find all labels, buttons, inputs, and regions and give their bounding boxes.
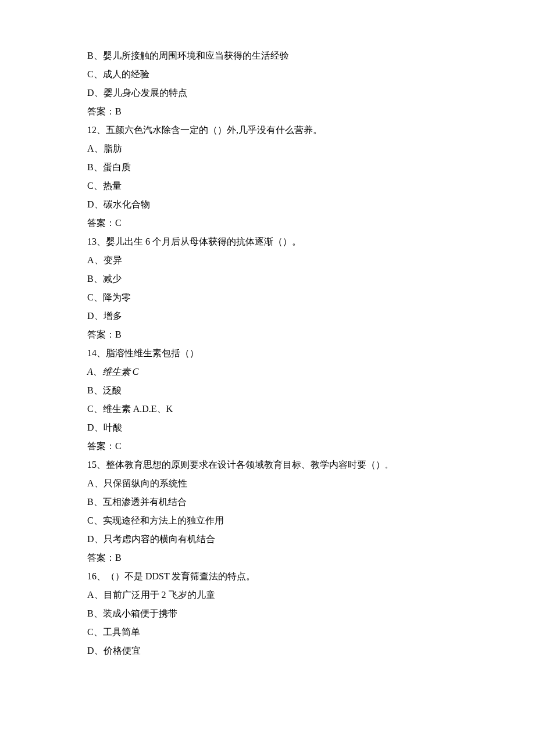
question-15: 15、整体教育思想的原则要求在设计各领域教育目标、教学内容时要（）。 (87, 456, 448, 474)
option-d-q11: D、婴儿身心发展的特点 (87, 84, 448, 102)
answer-q14: 答案：C (87, 437, 448, 456)
option-a-q15: A、只保留纵向的系统性 (87, 474, 448, 493)
option-a-q13: A、变异 (87, 251, 448, 270)
option-b-q15: B、互相渗透并有机结合 (87, 493, 448, 511)
option-a-q14: A、维生素 C (87, 363, 448, 381)
option-b-q13: B、减少 (87, 270, 448, 288)
option-d-q13: D、增多 (87, 307, 448, 325)
option-a-q16: A、目前广泛用于 2 飞岁的儿童 (87, 586, 448, 604)
option-b-q16: B、装成小箱便于携带 (87, 604, 448, 623)
answer-q11: 答案：B (87, 102, 448, 121)
option-b-q14: B、泛酸 (87, 381, 448, 400)
q15-small-period: 。 (385, 461, 392, 470)
option-a-q12: A、脂肪 (87, 139, 448, 158)
option-c-q13: C、降为零 (87, 288, 448, 307)
option-b-q12: B、蛋白质 (87, 158, 448, 177)
question-12: 12、五颜六色汽水除含一定的（）外,几乎没有什么营养。 (87, 121, 448, 139)
answer-q12: 答案：C (87, 214, 448, 232)
option-c-q14: C、维生素 A.D.E、K (87, 400, 448, 418)
q15-main-text: 15、整体教育思想的原则要求在设计各领域教育目标、教学内容时要（） (87, 460, 385, 470)
document-page: B、婴儿所接触的周围环境和应当获得的生活经验 C、成人的经验 D、婴儿身心发展的… (0, 0, 535, 756)
option-c-q11: C、成人的经验 (87, 65, 448, 84)
option-d-q12: D、碳水化合物 (87, 195, 448, 214)
option-d-q15: D、只考虑内容的横向有机结合 (87, 530, 448, 549)
answer-q15: 答案：B (87, 549, 448, 567)
italic-letter-a: A、维生素 C (87, 367, 138, 377)
option-c-q12: C、热量 (87, 177, 448, 195)
question-16: 16、（）不是 DDST 发育筛查法的特点。 (87, 567, 448, 586)
option-c-q16: C、工具简单 (87, 623, 448, 642)
option-d-q16: D、价格便宜 (87, 642, 448, 660)
question-13: 13、婴儿出生 6 个月后从母体获得的抗体逐渐（）。 (87, 232, 448, 251)
answer-q13: 答案：B (87, 325, 448, 344)
question-14: 14、脂溶性维生素包括（） (87, 344, 448, 363)
option-d-q14: D、叶酸 (87, 418, 448, 437)
option-b-q11: B、婴儿所接触的周围环境和应当获得的生活经验 (87, 46, 448, 65)
option-c-q15: C、实现途径和方法上的独立作用 (87, 511, 448, 530)
